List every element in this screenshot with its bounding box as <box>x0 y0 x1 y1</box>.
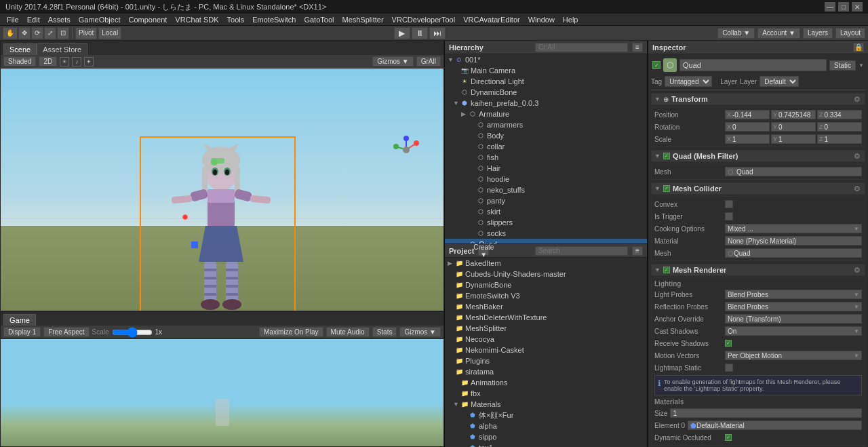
tab-asset-store[interactable]: Asset Store <box>37 43 87 55</box>
transform-header[interactable]: ▼ ⊕ Transform ⚙ <box>651 93 865 105</box>
proj-plugins[interactable]: 📁 Plugins <box>445 355 647 366</box>
scale-slider[interactable] <box>112 329 153 336</box>
tree-item-slippers[interactable]: ⬡ slippers <box>445 217 647 228</box>
layers-button[interactable]: Layers <box>803 28 833 39</box>
object-enabled-check[interactable]: ✓ <box>652 61 660 69</box>
play-button[interactable]: ▶ <box>394 27 410 39</box>
proj-necocya[interactable]: 📁 Necocya <box>445 334 647 345</box>
convex-check[interactable] <box>725 200 733 208</box>
menu-vrcdevelopertool[interactable]: VRCDeveloperTool <box>388 15 460 24</box>
transform-gear[interactable]: ⚙ <box>852 94 862 104</box>
menu-vrchat-sdk[interactable]: VRChat SDK <box>171 15 222 24</box>
mc-gear[interactable]: ⚙ <box>852 184 862 193</box>
proj-meshdeleter[interactable]: 📁 MeshDeleterWithTexture <box>445 312 647 323</box>
menu-window[interactable]: Window <box>524 15 559 24</box>
lightmap-static-check[interactable] <box>725 364 733 372</box>
layer-dropdown[interactable]: Default <box>760 76 799 87</box>
mf-check[interactable]: ✓ <box>663 153 670 159</box>
shaded-dropdown[interactable]: Shaded <box>3 56 36 66</box>
proj-fbx[interactable]: 📁 fbx <box>445 388 647 399</box>
game-gizmos-btn[interactable]: Gizmos ▼ <box>399 327 441 337</box>
tree-item-hoodie[interactable]: ⬡ hoodie <box>445 174 647 184</box>
gizmos-button[interactable]: Gizmos ▼ <box>372 56 414 66</box>
mf-arrow[interactable]: ▼ <box>654 153 660 159</box>
proj-baked[interactable]: ▶ 📁 BakedItem <box>445 258 647 269</box>
mr-gear[interactable]: ⚙ <box>852 265 862 275</box>
menu-help[interactable]: Help <box>559 15 583 24</box>
tree-item-dirlight[interactable]: ☀ Directional Light <box>445 76 647 87</box>
proj-meshbaker[interactable]: 📁 MeshBaker <box>445 301 647 312</box>
tree-item-fish[interactable]: ⬡ fish <box>445 152 647 163</box>
tree-item-panty[interactable]: ⬡ panty <box>445 195 647 206</box>
tree-item-dynbone[interactable]: ⬡ DynamicBone <box>445 87 647 98</box>
proj-materials[interactable]: ▼ 📁 Materials <box>445 399 647 410</box>
mf-gear[interactable]: ⚙ <box>852 151 862 161</box>
lighting-icon[interactable]: ☀ <box>60 57 69 66</box>
mute-audio-btn[interactable]: Mute Audio <box>326 327 370 337</box>
menu-vrcavatar[interactable]: VRCAvatarEditor <box>459 15 524 24</box>
tree-item-socks[interactable]: ⬡ socks <box>445 228 647 239</box>
project-create-btn[interactable]: Create ▼ <box>478 246 489 256</box>
transform-arrow[interactable]: ▼ <box>654 96 660 102</box>
proj-mat-alpha[interactable]: ⬟ alpha <box>445 421 647 431</box>
tool-hand[interactable]: ✋ <box>3 27 18 39</box>
aspect-dropdown[interactable]: Free Aspect <box>43 327 89 337</box>
tree-item-neko[interactable]: ⬡ neko_stuffs <box>445 184 647 195</box>
tool-rotate[interactable]: ⟳ <box>31 27 43 39</box>
account-button[interactable]: Account ▼ <box>757 28 800 39</box>
step-button[interactable]: ⏭ <box>429 27 446 39</box>
proj-cubeds[interactable]: 📁 Cubeds-Unity-Shaders-master <box>445 269 647 279</box>
tool-scale[interactable]: ⤢ <box>44 27 56 39</box>
tool-move[interactable]: ✥ <box>18 27 31 39</box>
hierarchy-menu-btn[interactable]: ≡ <box>632 43 643 52</box>
proj-mat-sippo[interactable]: ⬟ sippo <box>445 431 647 442</box>
mc-check[interactable]: ✓ <box>663 185 670 192</box>
project-menu-btn[interactable]: ≡ <box>632 246 643 256</box>
proj-emote[interactable]: 📁 EmoteSwitch V3 <box>445 290 647 301</box>
project-search[interactable] <box>535 246 628 256</box>
layout-button[interactable]: Layout <box>835 28 865 39</box>
fx-icon[interactable]: ✦ <box>84 57 94 66</box>
mr-check[interactable]: ✓ <box>663 267 670 273</box>
proj-meshsplitter[interactable]: 📁 MeshSplitter <box>445 323 647 334</box>
inspector-lock-btn[interactable]: 🔒 <box>853 43 864 52</box>
minimize-button[interactable]: — <box>825 2 835 12</box>
menu-component[interactable]: Component <box>124 15 171 24</box>
tree-item-body[interactable]: ⬡ Body <box>445 130 647 141</box>
proj-dynbone[interactable]: 📁 DynamicBone <box>445 279 647 290</box>
tree-item-collar[interactable]: ⬡ collar <box>445 141 647 152</box>
scene-viewport[interactable] <box>1 69 443 311</box>
object-name-input[interactable] <box>679 59 827 71</box>
proj-siratama[interactable]: 📁 siratama <box>445 366 647 377</box>
grall-button[interactable]: GrAll <box>416 56 441 66</box>
tree-item-quad[interactable]: ⬡ Quad <box>445 239 647 244</box>
proj-mat-tex1[interactable]: ⬟ tex1 <box>445 442 647 447</box>
close-button[interactable]: ✕ <box>852 2 863 12</box>
tool-rect[interactable]: ⊡ <box>57 27 69 39</box>
menu-tools[interactable]: Tools <box>223 15 249 24</box>
menu-gameobject[interactable]: GameObject <box>75 15 125 24</box>
mesh-filter-header[interactable]: ▼ ✓ Quad (Mesh Filter) ⚙ <box>651 150 865 162</box>
hierarchy-search[interactable] <box>535 43 628 52</box>
audio-icon[interactable]: ♪ <box>72 57 81 66</box>
maximize-button[interactable]: □ <box>838 2 849 12</box>
istrigger-check[interactable] <box>725 212 733 220</box>
maximize-on-play-btn[interactable]: Maximize On Play <box>259 327 323 337</box>
stats-btn[interactable]: Stats <box>372 327 397 337</box>
menu-assets[interactable]: Assets <box>44 15 75 24</box>
static-dropdown-arrow[interactable]: ▼ <box>859 62 864 69</box>
proj-nekomimi[interactable]: 📁 Nekomimi-Casket <box>445 345 647 355</box>
mesh-collider-header[interactable]: ▼ ✓ Mesh Collider ⚙ <box>651 182 865 195</box>
menu-meshsplitter[interactable]: MeshSplitter <box>338 15 387 24</box>
display-dropdown[interactable]: Display 1 <box>3 327 41 337</box>
tree-item-kaihen[interactable]: ▼ ⬢ kaihen_prefab_0.0.3 <box>445 98 647 109</box>
tag-dropdown[interactable]: Untagged <box>665 76 712 87</box>
tree-item-001[interactable]: ▼ ⊙ 001* <box>445 54 647 65</box>
proj-animations[interactable]: 📁 Animations <box>445 377 647 388</box>
menu-edit[interactable]: Edit <box>23 15 44 24</box>
tree-item-skirt[interactable]: ⬡ skirt <box>445 206 647 217</box>
dynamic-occluded-check[interactable]: ✓ <box>725 434 732 441</box>
mesh-renderer-header[interactable]: ▼ ✓ Mesh Renderer ⚙ <box>651 264 865 276</box>
local-button[interactable]: Local <box>98 27 121 39</box>
pivot-button[interactable]: Pivot <box>75 27 97 39</box>
